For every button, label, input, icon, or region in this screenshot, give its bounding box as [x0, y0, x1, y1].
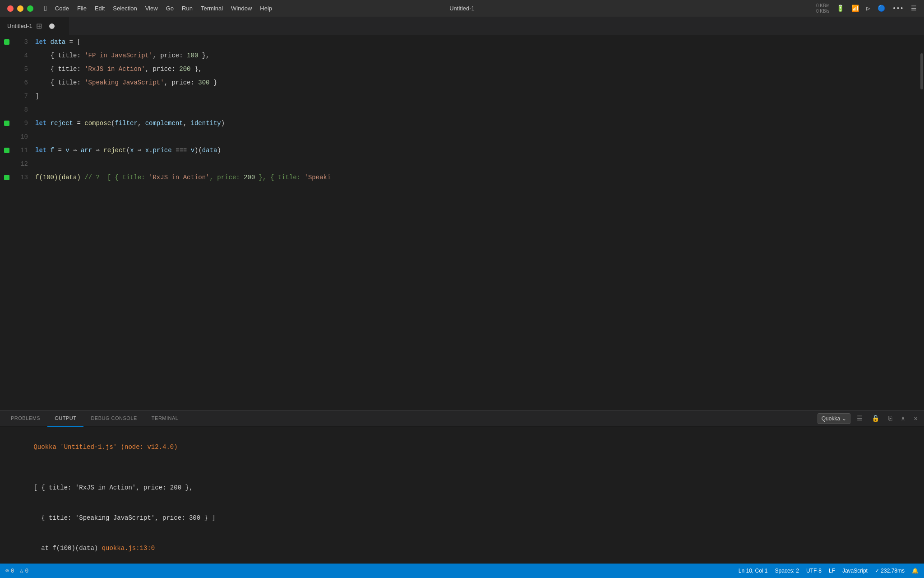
keyword-let: let [35, 35, 51, 49]
titlebar:  Code File Edit Selection View Go Run T… [0, 0, 924, 17]
menu-list-icon[interactable]: ☰ [911, 5, 917, 12]
close-button[interactable] [7, 5, 14, 12]
panel-tab-actions: Quokka ⌄ ☰ 🔒 ⎘ ∧ ✕ [818, 413, 920, 424]
gutter-column [0, 35, 14, 410]
code-line-5: { title: 'RxJS in Action', price: 200 }, [35, 62, 918, 76]
menu-help[interactable]: Help [260, 5, 272, 12]
tab-actions: ⊞ [36, 22, 62, 30]
code-line-4: { title: 'FP in JavaScript', price: 100 … [35, 49, 918, 62]
warning-count: 0 [25, 568, 28, 574]
output-panel: PROBLEMS OUTPUT DEBUG CONSOLE TERMINAL Q… [0, 410, 924, 564]
lineno-9: 9 [14, 117, 28, 130]
menu-file[interactable]: File [77, 5, 87, 12]
errors-status[interactable]: ⊗ 0 △ 0 [5, 567, 28, 574]
var-data: data [51, 35, 66, 49]
finder-icon: 🔵 [878, 5, 885, 12]
menu-run[interactable]: Run [182, 5, 193, 12]
code-line-10 [35, 130, 918, 144]
output-line-3: [ { title: 'RxJS in Action', price: 200 … [11, 473, 913, 503]
code-line-3: let data = [ [35, 35, 918, 49]
quokka-timing: ✓ 232.78ms [875, 568, 905, 574]
chevron-down-icon: ⌄ [842, 415, 846, 422]
menu-terminal[interactable]: Terminal [201, 5, 223, 12]
lineno-13: 13 [14, 171, 28, 184]
expand-panel-icon[interactable]: ∧ [898, 414, 907, 423]
lineno-5: 5 [14, 62, 28, 76]
split-editor-icon[interactable]: ⊞ [36, 22, 42, 30]
panel-output-content: Quokka 'Untitled-1.js' (node: v12.4.0) [… [0, 427, 924, 564]
menu-selection[interactable]: Selection [113, 5, 137, 12]
editor-area: 3 4 5 6 7 8 9 10 11 12 13 let data = [ {… [0, 35, 924, 410]
lineno-6: 6 [14, 76, 28, 89]
code-line-7: ] [35, 89, 918, 103]
output-line-1: Quokka 'Untitled-1.js' (node: v12.4.0) [11, 432, 913, 462]
run-indicator-3 [4, 39, 9, 45]
lineno-8: 8 [14, 103, 28, 117]
lineno-3: 3 [14, 35, 28, 49]
menu-view[interactable]: View [145, 5, 158, 12]
indentation[interactable]: Spaces: 2 [775, 568, 799, 574]
encoding[interactable]: UTF-8 [806, 568, 822, 574]
line-ending[interactable]: LF [829, 568, 835, 574]
output-line-5: at f(100)(data) quokka.js:13:0 [11, 533, 913, 564]
language-mode[interactable]: JavaScript [842, 568, 868, 574]
clear-output-icon[interactable]: ☰ [854, 414, 865, 423]
run-indicator-13 [4, 175, 9, 180]
code-line-6: { title: 'Speaking JavaScript', price: 3… [35, 76, 918, 89]
copy-output-icon[interactable]: ⎘ [886, 414, 895, 423]
editor-tab-untitled[interactable]: Untitled-1 ⊞ [0, 17, 69, 35]
apple-menu[interactable]:  [44, 5, 47, 13]
wifi-icon: 📶 [851, 5, 859, 12]
lock-icon[interactable]: 🔒 [869, 414, 882, 423]
code-line-8 [35, 103, 918, 117]
minimize-button[interactable] [17, 5, 23, 12]
quokka-link[interactable]: quokka.js:13:0 [102, 545, 155, 552]
code-line-13: f(100)(data) // ? [ { title: 'RxJS in Ac… [35, 171, 918, 184]
output-line-4: { title: 'Speaking JavaScript', price: 3… [11, 503, 913, 533]
titlebar-left:  Code File Edit Selection View Go Run T… [7, 5, 462, 13]
lineno-10: 10 [14, 130, 28, 144]
menu-window[interactable]: Window [231, 5, 252, 12]
run-indicator-11 [4, 148, 9, 153]
traffic-lights [7, 5, 33, 12]
lineno-11: 11 [14, 144, 28, 157]
editor-scrollbar[interactable] [918, 35, 924, 410]
scrollbar-thumb[interactable] [920, 53, 923, 89]
titlebar-title: Untitled-1 [449, 5, 475, 12]
unsaved-indicator [49, 23, 55, 29]
more-icon[interactable]: ••• [892, 5, 904, 12]
tab-label: Untitled-1 [7, 23, 32, 29]
cursor-position[interactable]: Ln 10, Col 1 [739, 568, 768, 574]
line-numbers: 3 4 5 6 7 8 9 10 11 12 13 [14, 35, 32, 410]
error-count: 0 [11, 568, 14, 574]
menu-go[interactable]: Go [166, 5, 174, 12]
status-bar: ⊗ 0 △ 0 Ln 10, Col 1 Spaces: 2 UTF-8 LF … [0, 564, 924, 578]
code-content[interactable]: let data = [ { title: 'FP in JavaScript'… [32, 35, 918, 410]
close-panel-icon[interactable]: ✕ [911, 414, 920, 423]
lineno-4: 4 [14, 49, 28, 62]
panel-tabs: PROBLEMS OUTPUT DEBUG CONSOLE TERMINAL Q… [0, 410, 924, 427]
menu-code[interactable]: Code [55, 5, 69, 12]
status-left: ⊗ 0 △ 0 [5, 567, 28, 574]
tab-output[interactable]: OUTPUT [47, 410, 83, 427]
tab-problems[interactable]: PROBLEMS [4, 410, 47, 427]
tab-terminal[interactable]: TERMINAL [144, 410, 186, 427]
menu-bar:  Code File Edit Selection View Go Run T… [44, 5, 272, 13]
editor-tabs: Untitled-1 ⊞ [0, 17, 924, 35]
maximize-button[interactable] [27, 5, 33, 12]
code-line-11: let f = v ⇒ arr ⇒ reject(x ⇒ x.price ≡≡≡… [35, 144, 918, 157]
network-status: 0 KB/s 0 KB/s [816, 3, 829, 14]
status-right: Ln 10, Col 1 Spaces: 2 UTF-8 LF JavaScri… [739, 568, 919, 574]
tab-debug-console[interactable]: DEBUG CONSOLE [83, 410, 144, 427]
airplay-icon: ▷ [866, 5, 870, 12]
code-line-9: let reject = compose(filter, complement,… [35, 117, 918, 130]
output-line-blank [11, 462, 913, 472]
notification-icon[interactable]: 🔔 [912, 568, 919, 574]
run-indicator-9 [4, 121, 9, 126]
lineno-7: 7 [14, 89, 28, 103]
battery-icon: 🔋 [836, 5, 844, 12]
titlebar-right: 0 KB/s 0 KB/s 🔋 📶 ▷ 🔵 ••• ☰ [462, 3, 917, 14]
error-icon: ⊗ [5, 567, 9, 574]
output-source-dropdown[interactable]: Quokka ⌄ [818, 413, 850, 424]
menu-edit[interactable]: Edit [95, 5, 105, 12]
